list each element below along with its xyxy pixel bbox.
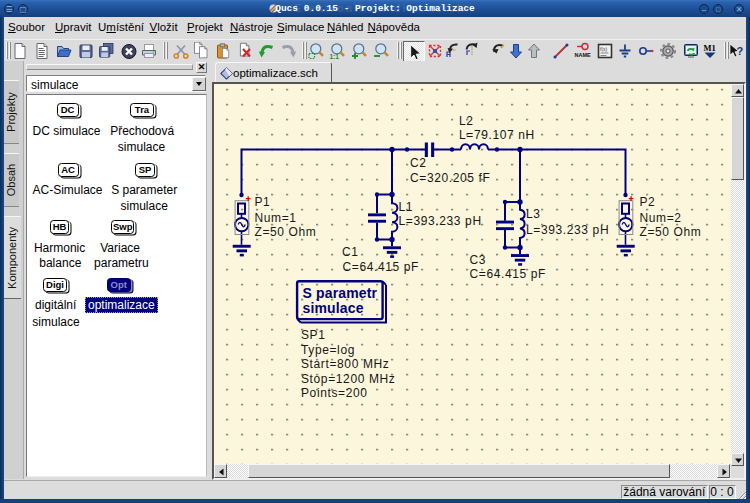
svg-text:P1: P1: [255, 195, 271, 209]
svg-text:SP1: SP1: [301, 328, 326, 342]
svg-text:Num=1: Num=1: [255, 211, 297, 225]
svg-text:L=393.233 pH: L=393.233 pH: [399, 214, 482, 228]
svg-text:S parametr: S parametr: [303, 285, 378, 301]
svg-text:f(x): f(x): [600, 46, 608, 52]
svg-text:NAME: NAME: [575, 52, 592, 58]
svg-text:Stop=1200 MHz: Stop=1200 MHz: [301, 372, 395, 386]
svg-text:L3: L3: [526, 207, 541, 221]
svg-text:Start=800 MHz: Start=800 MHz: [301, 357, 389, 371]
svg-text:simulace: simulace: [303, 300, 364, 316]
svg-text:L1: L1: [399, 200, 414, 214]
svg-text:L2: L2: [459, 114, 474, 128]
svg-text:1:1: 1:1: [330, 53, 340, 60]
svg-text:C2: C2: [410, 156, 427, 170]
svg-text:Num=2: Num=2: [640, 211, 682, 225]
svg-text:Type=log: Type=log: [301, 343, 355, 357]
svg-text:Z=50 Ohm: Z=50 Ohm: [640, 225, 702, 239]
svg-text:Z=50 Ohm: Z=50 Ohm: [255, 225, 317, 239]
svg-text:Points=200: Points=200: [301, 386, 368, 400]
svg-text:C3: C3: [470, 253, 487, 267]
svg-text:L=393.233 pH: L=393.233 pH: [526, 223, 609, 237]
svg-text:C=320.205 fF: C=320.205 fF: [410, 171, 491, 185]
svg-text:M1: M1: [704, 43, 716, 53]
svg-text:C1: C1: [342, 245, 359, 259]
svg-text:P2: P2: [640, 195, 656, 209]
svg-text:L=79.107 nH: L=79.107 nH: [459, 128, 535, 142]
svg-text:?: ?: [737, 45, 744, 57]
svg-text:C=64.415 pF: C=64.415 pF: [470, 267, 547, 281]
svg-text:C=64.415 pF: C=64.415 pF: [343, 260, 420, 274]
